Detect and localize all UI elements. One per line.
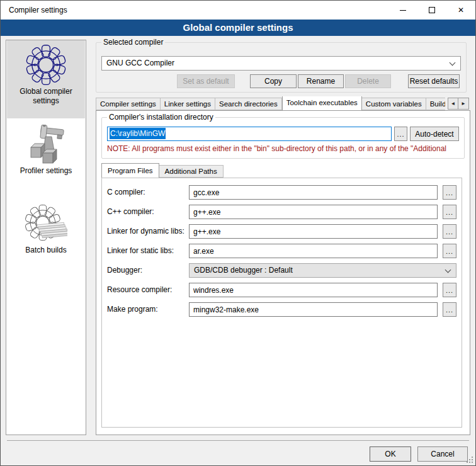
tab-program-files[interactable]: Program Files [101, 163, 159, 178]
installation-directory-group-label: Compiler's installation directory [107, 113, 215, 122]
maximize-button[interactable] [417, 1, 446, 20]
close-button[interactable]: ✕ [446, 1, 475, 20]
compiler-select-value: GNU GCC Compiler [106, 57, 174, 70]
selected-compiler-group-label: Selected compiler [101, 38, 165, 47]
caliper-icon [26, 125, 66, 166]
program-files-page: C compiler: ... C++ compiler: ... Linker… [101, 178, 462, 428]
minimize-button[interactable] [388, 1, 417, 20]
make-program-input[interactable] [189, 302, 438, 317]
dynamic-linker-label: Linker for dynamic libs: [107, 227, 184, 236]
resource-compiler-input[interactable] [189, 283, 438, 297]
sidebar-item-global-compiler-settings[interactable]: Global compiler settings [7, 40, 85, 118]
sidebar-item-label: Profiler settings [18, 166, 75, 176]
set-as-default-button[interactable]: Set as default [177, 74, 235, 88]
tab-build-options[interactable]: Build options [426, 98, 445, 110]
selected-path-text: C:\raylib\MinGW [110, 128, 166, 139]
c-compiler-browse-button[interactable]: ... [443, 185, 456, 200]
installation-directory-input[interactable]: C:\raylib\MinGW [107, 127, 392, 141]
chevron-down-icon [450, 60, 456, 66]
static-linker-label: Linker for static libs: [107, 246, 174, 255]
cpp-compiler-input[interactable] [189, 205, 438, 219]
debugger-select-value: GDB/CDB debugger : Default [194, 264, 293, 277]
window-title: Compiler settings [9, 1, 67, 20]
make-program-label: Make program: [107, 305, 158, 314]
compiler-select[interactable]: GNU GCC Compiler [101, 56, 461, 71]
selected-compiler-group: Selected compiler GNU GCC Compiler Set a… [96, 42, 467, 93]
form-row: Linker for static libs: ... [102, 244, 462, 258]
sidebar-item-label: Batch builds [23, 246, 69, 255]
cpp-compiler-label: C++ compiler: [107, 207, 154, 216]
form-row: C++ compiler: ... [102, 205, 462, 219]
tab-compiler-settings[interactable]: Compiler settings [96, 98, 161, 110]
form-row: Resource compiler: ... [102, 283, 462, 297]
tab-search-directories[interactable]: Search directories [215, 98, 282, 110]
reset-defaults-button[interactable]: Reset defaults [408, 74, 460, 88]
auto-detect-button[interactable]: Auto-detect [410, 127, 459, 141]
resource-compiler-browse-button[interactable]: ... [443, 283, 456, 297]
dynamic-linker-browse-button[interactable]: ... [443, 224, 456, 239]
main-panel: Selected compiler GNU GCC Compiler Set a… [92, 37, 472, 435]
settings-tabs: Compiler settings Linker settings Search… [96, 96, 445, 110]
maximize-icon [429, 7, 435, 13]
form-row: Debugger: GDB/CDB debugger : Default [102, 263, 462, 278]
c-compiler-input[interactable] [189, 185, 438, 200]
static-linker-browse-button[interactable]: ... [443, 244, 456, 258]
toolchain-executables-page: Compiler's installation directory C:\ray… [96, 110, 470, 435]
minimize-icon [400, 10, 406, 11]
form-row: C compiler: ... [102, 185, 462, 200]
cpp-compiler-browse-button[interactable]: ... [443, 205, 456, 219]
dialog-header: Global compiler settings [1, 20, 475, 36]
resource-compiler-label: Resource compiler: [107, 285, 172, 294]
sidebar-item-batch-builds[interactable]: Batch builds [7, 204, 85, 255]
copy-button[interactable]: Copy [250, 74, 297, 88]
c-compiler-label: C compiler: [107, 188, 145, 196]
chevron-down-icon [445, 267, 451, 273]
form-row: Linker for dynamic libs: ... [102, 224, 462, 239]
tab-scroll-controls: ◄ ► [448, 98, 469, 110]
form-row: Make program: ... [102, 302, 462, 317]
tab-toolchain-executables[interactable]: Toolchain executables [282, 96, 362, 110]
compiler-settings-dialog: Compiler settings ✕ Global compiler sett… [0, 0, 476, 466]
dynamic-linker-input[interactable] [189, 224, 438, 239]
footer-separator [7, 440, 469, 441]
make-program-browse-button[interactable]: ... [443, 302, 456, 317]
cancel-button[interactable]: Cancel [417, 446, 468, 462]
window-controls: ✕ [388, 1, 475, 20]
delete-button[interactable]: Delete [345, 74, 391, 88]
tab-linker-settings[interactable]: Linker settings [161, 98, 215, 110]
tab-custom-variables[interactable]: Custom variables [362, 98, 426, 110]
titlebar: Compiler settings ✕ [1, 1, 475, 20]
sidebar-item-profiler-settings[interactable]: Profiler settings [7, 125, 85, 176]
tab-additional-paths[interactable]: Additional Paths [159, 165, 224, 178]
program-tabs: Program Files Additional Paths [101, 164, 224, 178]
static-linker-input[interactable] [189, 244, 438, 258]
gray-gear-papers-icon [25, 204, 67, 246]
settings-category-list: Global compiler settings [6, 40, 86, 435]
close-icon: ✕ [458, 6, 464, 14]
ok-button[interactable]: OK [370, 446, 411, 462]
installation-directory-group: Compiler's installation directory C:\ray… [101, 117, 465, 159]
tabs-scroll-right-button[interactable]: ► [458, 98, 469, 110]
debugger-label: Debugger: [107, 266, 142, 275]
debugger-select[interactable]: GDB/CDB debugger : Default [189, 263, 456, 278]
resize-grip[interactable] [465, 455, 473, 463]
tabs-scroll-left-button[interactable]: ◄ [448, 98, 458, 110]
note-text: NOTE: All programs must exist either in … [107, 144, 463, 153]
rename-button[interactable]: Rename [298, 74, 344, 88]
blue-gear-icon [24, 43, 68, 87]
sidebar-item-label: Global compiler settings [7, 87, 85, 106]
browse-directory-button[interactable]: ... [394, 127, 407, 141]
